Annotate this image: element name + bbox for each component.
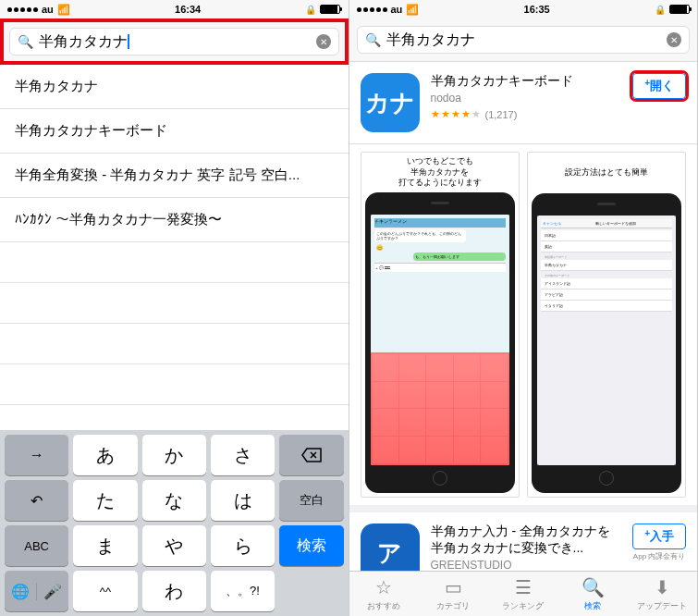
battery-icon xyxy=(320,5,340,14)
key-wa[interactable]: わ xyxy=(142,571,206,611)
search-bar-container: 🔍 半角カタカナ ✕ xyxy=(349,18,698,62)
time-label: 16:35 xyxy=(524,4,550,15)
suggestion-item xyxy=(0,324,349,364)
category-icon: ▭ xyxy=(445,576,462,598)
app-developer: nodoa xyxy=(431,92,622,105)
key-ya[interactable]: や xyxy=(142,525,206,566)
app-rating: ★★★★★ (1,217) xyxy=(431,108,622,120)
tab-bar: ☆ おすすめ ▭ カテゴリ ☰ ランキング 🔍 検索 ⬇ アップデート xyxy=(349,571,698,616)
key-globe[interactable]: 🌐🎤 xyxy=(5,571,68,611)
tab-categories[interactable]: ▭ カテゴリ xyxy=(419,572,488,616)
suggestion-item xyxy=(0,364,349,405)
app-title: 半角カナ入力 - 全角カタカナを半角カタカナに変換でき... xyxy=(431,524,622,557)
clear-search-button[interactable]: ✕ xyxy=(667,32,681,47)
key-a[interactable]: あ xyxy=(73,435,137,475)
key-space[interactable]: 空白 xyxy=(279,480,343,521)
suggestion-item[interactable]: 半角カタカナ xyxy=(0,65,349,109)
open-button[interactable]: +開く xyxy=(632,73,686,99)
key-undo[interactable]: ↶ xyxy=(5,480,68,521)
time-label: 16:34 xyxy=(175,4,201,15)
clear-search-button[interactable]: ✕ xyxy=(316,34,331,49)
screenshot-caption: 設定方法はとても簡単 xyxy=(532,156,681,190)
key-ka[interactable]: か xyxy=(142,435,206,475)
app-icon: カナ xyxy=(361,73,420,132)
suggestion-item[interactable]: ﾊﾝｶｸﾝ 〜半角カタカナ一発変換〜 xyxy=(0,198,349,242)
list-icon: ☰ xyxy=(515,576,532,598)
statusbar: au 📶 16:35 🔒 xyxy=(349,0,698,18)
suggestion-item xyxy=(0,283,349,324)
key-abc[interactable]: ABC xyxy=(5,525,68,566)
app-screenshots[interactable]: いつでもどこでも 半角カタカナを 打てるようになります チキンラーメン この会の… xyxy=(349,144,698,505)
wifi-icon: 📶 xyxy=(406,4,419,16)
lock-icon: 🔒 xyxy=(655,5,666,15)
results-list[interactable]: カナ 半角カタカナキーボード nodoa ★★★★★ (1,217) +開く い… xyxy=(349,62,698,616)
key-ra[interactable]: ら xyxy=(211,525,275,566)
iap-label: App 内課金有り xyxy=(633,551,685,561)
battery-icon xyxy=(669,5,690,14)
tab-updates[interactable]: ⬇ アップデート xyxy=(628,572,697,616)
lock-icon: 🔒 xyxy=(305,5,316,15)
tab-search[interactable]: 🔍 検索 xyxy=(557,572,627,616)
signal-dots xyxy=(7,7,38,12)
screenshot-phone: チキンラーメン この会のどんぶりですか？それとも、この卵のどんぶりですか？ 😊 … xyxy=(365,192,515,493)
key-backspace[interactable] xyxy=(279,435,343,475)
screenshot-caption: いつでもどこでも 半角カタカナを 打てるようになります xyxy=(365,156,515,189)
search-icon: 🔍 xyxy=(582,576,605,598)
star-icon: ☆ xyxy=(375,576,392,598)
suggestions-list: 半角カタカナ 半角カタカナキーボード 半角全角変換 - 半角カタカナ 英字 記号… xyxy=(0,65,349,430)
key-punct[interactable]: 、。?! xyxy=(211,571,275,611)
search-input[interactable]: 半角カタカナ xyxy=(39,32,129,52)
statusbar: au 📶 16:34 🔒 xyxy=(0,0,349,18)
keyboard: → あ か さ ↶ た な は 空白 ABC ま や ら 検索 🌐🎤 ^^ わ … xyxy=(0,430,349,616)
search-input[interactable]: 半角カタカナ xyxy=(386,31,475,50)
key-ma[interactable]: ま xyxy=(73,525,137,566)
get-button[interactable]: +入手 xyxy=(632,524,686,549)
key-sa[interactable]: さ xyxy=(211,435,275,475)
search-bar[interactable]: 🔍 半角カタカナ ✕ xyxy=(9,28,339,55)
app-result-1[interactable]: カナ 半角カタカナキーボード nodoa ★★★★★ (1,217) +開く xyxy=(349,62,698,144)
key-ta[interactable]: た xyxy=(73,480,137,521)
search-bar-container: 🔍 半角カタカナ ✕ xyxy=(0,18,349,65)
search-icon: 🔍 xyxy=(365,32,381,47)
search-bar[interactable]: 🔍 半角カタカナ ✕ xyxy=(357,26,691,54)
wifi-icon: 📶 xyxy=(57,4,70,16)
key-ha[interactable]: は xyxy=(211,480,275,521)
app-title: 半角カタカナキーボード xyxy=(431,73,622,90)
suggestion-item xyxy=(0,242,349,283)
key-na[interactable]: な xyxy=(142,480,206,521)
key-arrow[interactable]: → xyxy=(5,435,68,475)
tab-featured[interactable]: ☆ おすすめ xyxy=(349,572,419,616)
tab-ranking[interactable]: ☰ ランキング xyxy=(488,572,557,616)
carrier-label: au xyxy=(42,4,54,15)
download-icon: ⬇ xyxy=(655,576,670,598)
suggestion-item[interactable]: 半角カタカナキーボード xyxy=(0,109,349,154)
carrier-label: au xyxy=(391,4,403,15)
screenshot-phone: キャンセル新しいキーボードを追加 日本語 英語 他社製キーボード 半角カタカナ … xyxy=(532,193,681,494)
signal-dots xyxy=(357,7,387,12)
left-phone-search: au 📶 16:34 🔒 🔍 半角カタカナ ✕ 半角カタカナ 半角カタカナキーボ… xyxy=(0,0,349,616)
right-phone-results: au 📶 16:35 🔒 🔍 半角カタカナ ✕ カナ 半角カタカナキーボード n… xyxy=(349,0,699,616)
suggestion-item[interactable]: 半角全角変換 - 半角カタカナ 英字 記号 空白... xyxy=(0,154,349,198)
key-smallchar[interactable]: ^^ xyxy=(73,571,137,611)
key-search[interactable]: 検索 xyxy=(279,525,343,566)
search-icon: 🔍 xyxy=(18,34,33,49)
